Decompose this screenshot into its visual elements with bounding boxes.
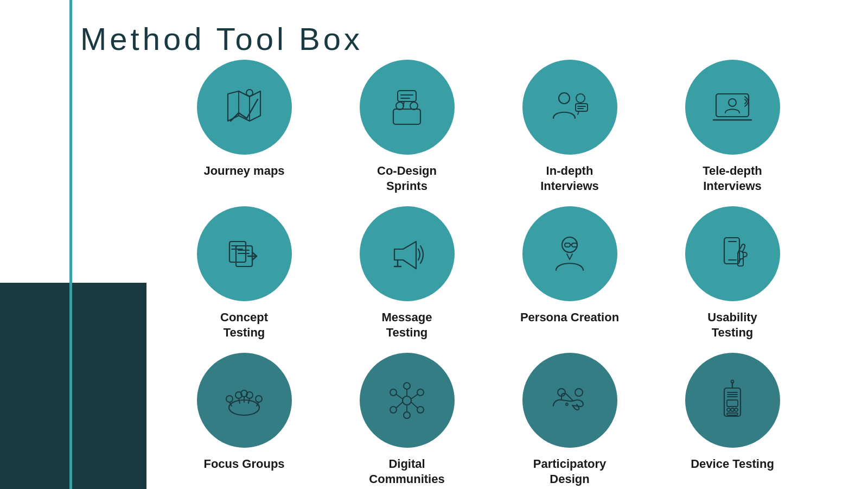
svg-rect-11 bbox=[576, 104, 588, 111]
list-item: UsabilityTesting bbox=[673, 206, 792, 347]
in-depth-interviews-icon-circle bbox=[522, 60, 617, 155]
list-item: In-depthInterviews bbox=[510, 60, 629, 201]
svg-point-51 bbox=[404, 383, 410, 389]
device-testing-icon-circle bbox=[685, 353, 780, 448]
svg-line-43 bbox=[248, 398, 250, 403]
svg-rect-17 bbox=[229, 242, 246, 262]
digital-communities-icon-circle bbox=[360, 353, 455, 448]
concept-testing-label: ConceptTesting bbox=[220, 310, 268, 340]
list-item: Focus Groups bbox=[184, 353, 304, 489]
message-testing-label: MessageTesting bbox=[382, 310, 432, 340]
focus-groups-icon-circle bbox=[197, 353, 292, 448]
svg-point-36 bbox=[226, 396, 233, 402]
svg-point-16 bbox=[729, 99, 736, 106]
svg-rect-30 bbox=[572, 243, 577, 247]
svg-rect-29 bbox=[565, 243, 570, 247]
svg-rect-67 bbox=[727, 400, 738, 407]
participatory-design-icon bbox=[545, 376, 594, 425]
usability-testing-icon bbox=[708, 230, 757, 278]
svg-point-1 bbox=[246, 90, 253, 96]
persona-creation-icon-circle bbox=[522, 206, 617, 301]
participatory-design-icon-circle bbox=[522, 353, 617, 448]
page-title: Method Tool Box bbox=[80, 21, 363, 57]
list-item: ParticipatoryDesign bbox=[510, 353, 629, 489]
usability-testing-label: UsabilityTesting bbox=[707, 310, 757, 340]
message-testing-icon-circle bbox=[360, 206, 455, 301]
in-depth-interviews-icon bbox=[545, 83, 594, 132]
co-design-sprints-label: Co-DesignSprints bbox=[377, 163, 437, 193]
persona-creation-label: Persona Creation bbox=[520, 310, 619, 325]
in-depth-interviews-label: In-depthInterviews bbox=[540, 163, 599, 193]
svg-point-49 bbox=[390, 407, 397, 413]
svg-point-5 bbox=[410, 102, 418, 110]
focus-groups-label: Focus Groups bbox=[203, 456, 284, 472]
digital-communities-label: DigitalCommunities bbox=[369, 456, 444, 486]
tele-depth-interviews-icon bbox=[708, 83, 757, 132]
method-grid: Journey maps Co-DesignSprints bbox=[184, 60, 792, 489]
svg-point-63 bbox=[731, 380, 734, 383]
svg-rect-71 bbox=[727, 413, 738, 415]
journey-maps-label: Journey maps bbox=[203, 163, 284, 179]
journey-maps-icon-circle bbox=[197, 60, 292, 155]
participatory-design-label: ParticipatoryDesign bbox=[533, 456, 607, 486]
svg-line-53 bbox=[397, 395, 403, 399]
list-item: Persona Creation bbox=[510, 206, 629, 347]
co-design-sprints-icon-circle bbox=[360, 60, 455, 155]
svg-line-56 bbox=[411, 402, 417, 408]
list-item: Tele-depthInterviews bbox=[673, 60, 792, 201]
svg-line-42 bbox=[239, 398, 240, 403]
left-dark-block bbox=[0, 283, 146, 489]
svg-point-68 bbox=[727, 408, 730, 411]
svg-point-9 bbox=[559, 93, 570, 104]
svg-point-48 bbox=[417, 389, 424, 396]
list-item: ConceptTesting bbox=[184, 206, 304, 347]
svg-point-70 bbox=[735, 408, 738, 411]
persona-creation-icon bbox=[545, 230, 594, 278]
focus-groups-icon bbox=[220, 376, 269, 425]
svg-line-55 bbox=[397, 402, 403, 408]
list-item: MessageTesting bbox=[347, 206, 467, 347]
svg-point-52 bbox=[404, 412, 410, 418]
concept-testing-icon bbox=[220, 230, 269, 278]
svg-point-46 bbox=[403, 396, 411, 405]
svg-point-69 bbox=[731, 408, 734, 411]
list-item: Journey maps bbox=[184, 60, 304, 201]
list-item: DigitalCommunities bbox=[347, 353, 467, 489]
message-testing-icon bbox=[382, 230, 431, 278]
concept-testing-icon-circle bbox=[197, 206, 292, 301]
svg-rect-3 bbox=[393, 109, 420, 124]
device-testing-label: Device Testing bbox=[691, 456, 774, 472]
usability-testing-icon-circle bbox=[685, 206, 780, 301]
svg-rect-6 bbox=[398, 91, 416, 101]
co-design-sprints-icon bbox=[382, 83, 431, 132]
digital-communities-icon bbox=[382, 376, 431, 425]
svg-line-54 bbox=[411, 395, 417, 399]
svg-rect-14 bbox=[716, 94, 749, 117]
svg-point-39 bbox=[256, 396, 262, 402]
svg-point-50 bbox=[417, 407, 424, 413]
journey-maps-icon bbox=[220, 83, 269, 132]
svg-point-60 bbox=[575, 389, 583, 396]
tele-depth-interviews-icon-circle bbox=[685, 60, 780, 155]
svg-point-10 bbox=[576, 94, 585, 103]
svg-point-4 bbox=[396, 102, 404, 110]
list-item: Co-DesignSprints bbox=[347, 60, 467, 201]
device-testing-icon bbox=[708, 376, 757, 425]
tele-depth-interviews-label: Tele-depthInterviews bbox=[703, 163, 762, 193]
list-item: Device Testing bbox=[673, 353, 792, 489]
left-teal-strip bbox=[69, 283, 72, 489]
svg-point-47 bbox=[390, 389, 397, 396]
